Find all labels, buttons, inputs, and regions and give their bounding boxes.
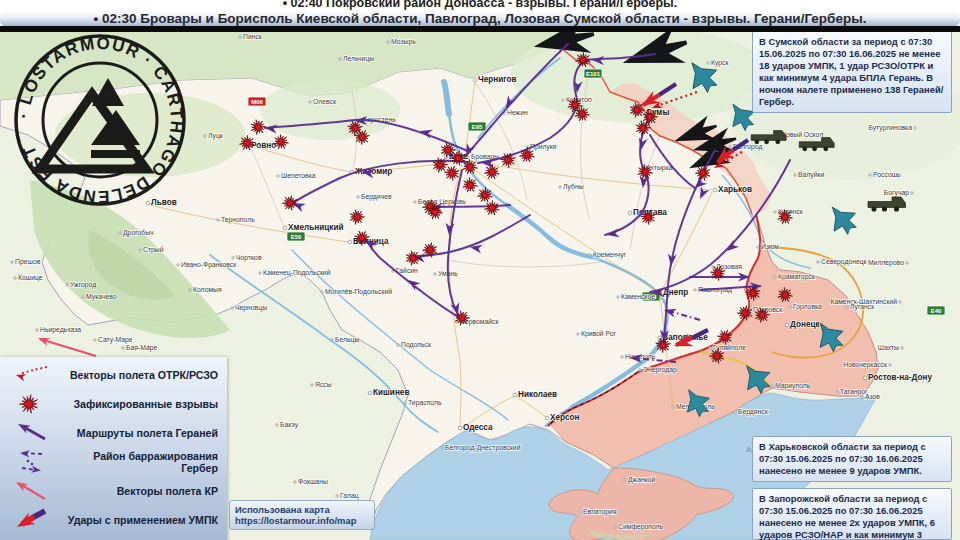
city-label: Кривой Рог bbox=[581, 330, 617, 338]
city-label: Миллерово bbox=[868, 259, 904, 267]
city-label: Фокшаны bbox=[298, 478, 328, 485]
city-dot bbox=[348, 240, 352, 244]
legend-item-kr: Векторы полета КР bbox=[0, 476, 227, 505]
city-dot bbox=[276, 424, 278, 426]
strike-map-infographic: Е95Е101Е50Е58Е40Е97М06 ПинскМозырьЛельчи… bbox=[0, 0, 960, 540]
truck-wheel bbox=[882, 206, 887, 211]
city-label: Краматорск bbox=[778, 273, 815, 281]
city-label: Лельчицы bbox=[343, 55, 374, 63]
city-dot bbox=[231, 307, 233, 309]
city-label: Кременчуг bbox=[593, 251, 627, 259]
city-label: Тернополь bbox=[221, 216, 255, 224]
city-dot bbox=[66, 284, 68, 286]
city-label: Яссы bbox=[315, 381, 332, 388]
city-dot bbox=[357, 196, 359, 198]
city-label: Ровно bbox=[251, 141, 276, 150]
city-label: Чернигов bbox=[478, 75, 517, 84]
city-label: Луганск bbox=[850, 303, 874, 311]
gerber-loiter-icon bbox=[0, 449, 58, 475]
city-dot bbox=[794, 174, 796, 176]
city-dot bbox=[441, 447, 443, 449]
legend-label: Район барражирования Гербер bbox=[58, 450, 227, 474]
city-dot bbox=[562, 99, 564, 101]
city-dot bbox=[713, 188, 717, 192]
city-label: Харьков bbox=[718, 185, 752, 194]
city-dot bbox=[785, 323, 789, 327]
city-dot bbox=[387, 41, 389, 43]
city-dot bbox=[559, 186, 561, 188]
city-dot bbox=[397, 344, 399, 346]
city-label: Николаев bbox=[518, 390, 557, 399]
legend-label: Зафиксированные взрывы bbox=[58, 398, 227, 410]
truck-wheel bbox=[775, 139, 780, 144]
city-label: Галац bbox=[340, 492, 359, 500]
city-label: Северодонецк bbox=[821, 258, 867, 266]
legend-glyph-arrowhead bbox=[20, 449, 30, 457]
city-label: Сату-Маре bbox=[98, 336, 133, 344]
legend-glyph bbox=[20, 484, 45, 499]
truck-wheel bbox=[802, 146, 807, 151]
city-dot bbox=[277, 175, 279, 177]
city-dot bbox=[621, 356, 623, 358]
city-label: Чортков bbox=[236, 254, 262, 262]
legend-label: Векторы полета КР bbox=[58, 485, 227, 497]
city-label: Шепетовка bbox=[281, 172, 316, 179]
city-label: Лубны bbox=[563, 183, 584, 191]
city-label: Ахтырка bbox=[646, 164, 673, 172]
city-dot bbox=[82, 296, 84, 298]
city-dot bbox=[14, 277, 16, 279]
attribution-link[interactable]: https://lostarmour.info/map bbox=[235, 515, 369, 526]
city-label: Дрогобыч bbox=[123, 229, 154, 237]
city-dot bbox=[577, 333, 579, 335]
city-label: Могилёв-Подольский bbox=[325, 288, 392, 296]
city-dot bbox=[774, 211, 776, 213]
city-dot bbox=[119, 232, 121, 234]
legend-item-explosions: Зафиксированные взрывы bbox=[0, 389, 227, 418]
city-dot bbox=[232, 257, 234, 259]
city-dot bbox=[617, 296, 619, 298]
city-label: Новочеркасск bbox=[843, 361, 887, 369]
city-dot bbox=[177, 264, 179, 266]
city-dot bbox=[473, 78, 477, 82]
city-dot bbox=[331, 339, 333, 341]
city-dot bbox=[729, 146, 731, 148]
city-label: Олевск bbox=[313, 98, 336, 105]
city-label: Энергодар bbox=[643, 366, 677, 374]
city-label: Белгород-Днестровский bbox=[445, 444, 521, 452]
city-label: Каменец-Подольский bbox=[263, 269, 331, 277]
city-label: Бердичев bbox=[361, 193, 392, 201]
city-label: Евпатория bbox=[583, 508, 617, 516]
legend-label: Векторы полета ОТРК/РСЗО bbox=[58, 369, 227, 381]
city-dot bbox=[869, 174, 871, 176]
legend-glyph bbox=[20, 367, 47, 374]
city-label: Каменское bbox=[621, 293, 655, 300]
lostarmour-logo-watermark: · LOSTARMOUR · CARTHAGO DELENDA EST bbox=[12, 32, 188, 208]
info-box-text: В Запорожской области за период с 07:30 … bbox=[759, 493, 935, 540]
map-attribution: Использована карта https://lostarmour.in… bbox=[229, 500, 375, 530]
legend-item-geran-routes: Маршруты полета Гераней bbox=[0, 418, 227, 447]
city-dot bbox=[899, 301, 901, 303]
city-label: Одесса bbox=[463, 423, 493, 432]
city-dot bbox=[771, 385, 773, 387]
city-dot bbox=[368, 391, 372, 395]
city-label: Азов bbox=[865, 393, 880, 400]
attribution-text: Использована карта bbox=[235, 504, 369, 515]
city-dot bbox=[836, 391, 838, 393]
city-dot bbox=[321, 291, 323, 293]
road-shield-label: Е50 bbox=[291, 234, 302, 240]
city-label: Херсон bbox=[550, 413, 580, 422]
city-dot bbox=[414, 201, 416, 203]
city-dot bbox=[122, 347, 124, 349]
city-label: Симферополь bbox=[618, 523, 664, 531]
city-label: Кишинев bbox=[373, 388, 409, 397]
city-dot bbox=[404, 402, 406, 404]
city-dot bbox=[789, 306, 791, 308]
city-dot bbox=[434, 273, 436, 275]
city-label: Ивано-Франковск bbox=[181, 261, 236, 269]
city-label: Бельцы bbox=[335, 336, 359, 344]
legend-explosion bbox=[20, 394, 38, 413]
legend-dot bbox=[31, 462, 34, 465]
city-label: Ростов-на-Дону bbox=[868, 373, 932, 382]
city-label: Подольск bbox=[401, 341, 431, 349]
news-line-2: • 02:30 Бровары и Борисполь Киевской обл… bbox=[0, 11, 960, 27]
